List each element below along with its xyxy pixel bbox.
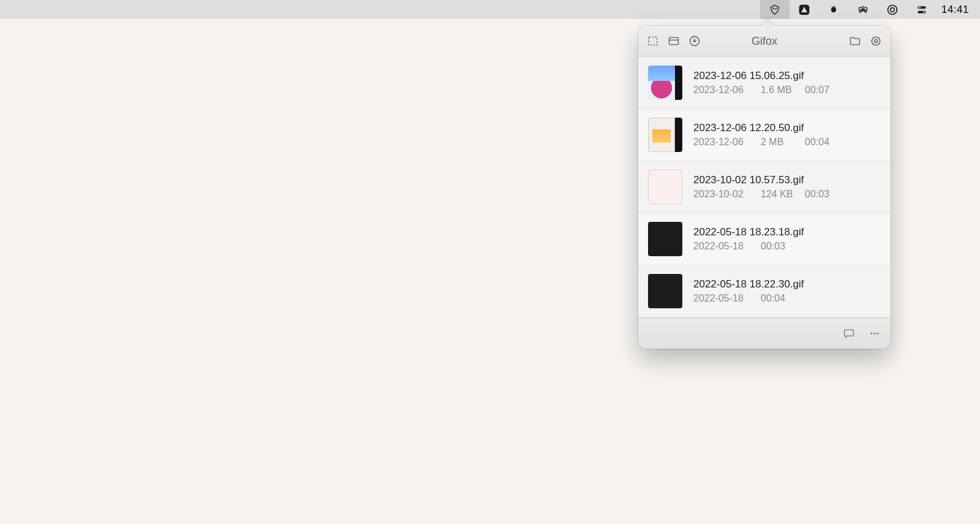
window-record-button[interactable] — [666, 34, 681, 48]
menubar-clock[interactable]: 14:41 — [941, 4, 969, 16]
popover-header: Gifox — [638, 26, 891, 57]
recording-date: 2022-05-18 — [693, 241, 752, 252]
recording-meta: 2023-12-06 15.06.25.gif2023-12-061.6 MB0… — [693, 70, 881, 96]
recording-date: 2022-05-18 — [693, 293, 752, 304]
svg-rect-13 — [845, 330, 854, 336]
recording-info: 2022-05-1800:04 — [693, 293, 881, 304]
recording-duration: 00:03 — [805, 189, 829, 200]
recording-info: 2023-12-061.6 MB00:07 — [693, 85, 881, 96]
recording-thumbnail — [648, 170, 682, 204]
recording-size: 1.6 MB — [761, 85, 796, 96]
recording-info: 2023-12-062 MB00:04 — [693, 137, 881, 148]
recording-row[interactable]: 2023-12-06 15.06.25.gif2023-12-061.6 MB0… — [638, 57, 891, 109]
popover-footer — [638, 317, 891, 349]
recording-thumbnail — [648, 274, 682, 308]
download-button[interactable] — [687, 34, 702, 48]
recording-size: 124 KB — [761, 189, 796, 200]
gifox-popover: Gifox 2023-12-06 15.06.25.gif2023-12-061… — [638, 26, 891, 349]
more-button[interactable] — [867, 326, 882, 341]
recording-size: 2 MB — [761, 137, 796, 148]
recording-meta: 2023-12-06 12.20.50.gif2023-12-062 MB00:… — [693, 122, 881, 148]
recording-filename: 2023-10-02 10.57.53.gif — [693, 174, 881, 186]
svg-point-12 — [875, 40, 878, 43]
menubar-app-gifox[interactable] — [760, 0, 790, 19]
recording-filename: 2023-12-06 15.06.25.gif — [693, 70, 881, 82]
recording-row[interactable]: 2022-05-18 18.22.30.gif2022-05-1800:04 — [638, 265, 891, 317]
menubar: 14:41 — [0, 0, 980, 19]
recording-filename: 2022-05-18 18.23.18.gif — [693, 226, 881, 238]
menubar-flame-icon[interactable] — [819, 0, 848, 19]
recording-thumbnail — [648, 66, 682, 100]
recording-filename: 2022-05-18 18.22.30.gif — [693, 278, 881, 290]
menubar-triangle-icon[interactable] — [790, 0, 819, 19]
settings-button[interactable] — [869, 34, 883, 48]
selection-record-button[interactable] — [646, 34, 660, 48]
recording-filename: 2023-12-06 12.20.50.gif — [693, 122, 881, 134]
svg-point-11 — [872, 37, 880, 45]
recording-duration: 00:04 — [805, 137, 829, 148]
recording-duration: 00:07 — [805, 85, 829, 96]
recording-duration: 00:03 — [761, 241, 785, 252]
recording-row[interactable]: 2023-12-06 12.20.50.gif2023-12-062 MB00:… — [638, 109, 891, 161]
svg-rect-8 — [669, 37, 679, 45]
open-folder-button[interactable] — [848, 34, 862, 48]
svg-point-14 — [871, 333, 873, 335]
menubar-circle-icon[interactable] — [878, 0, 907, 19]
recording-info: 2022-05-1800:03 — [693, 241, 881, 252]
menubar-control-icon[interactable] — [907, 0, 937, 19]
recording-row[interactable]: 2023-10-02 10.57.53.gif2023-10-02124 KB0… — [638, 161, 891, 213]
svg-rect-7 — [649, 37, 657, 45]
feedback-button[interactable] — [842, 326, 856, 341]
recording-date: 2023-12-06 — [693, 137, 752, 148]
svg-point-6 — [923, 11, 925, 13]
svg-point-15 — [874, 333, 876, 335]
svg-point-1 — [888, 5, 897, 14]
svg-point-2 — [891, 7, 895, 12]
recording-duration: 00:04 — [761, 293, 785, 304]
recording-date: 2023-10-02 — [693, 189, 752, 200]
menubar-butterfly-icon[interactable] — [848, 0, 878, 19]
recording-meta: 2022-05-18 18.22.30.gif2022-05-1800:04 — [693, 278, 881, 304]
svg-point-16 — [877, 333, 879, 335]
recordings-list: 2023-12-06 15.06.25.gif2023-12-061.6 MB0… — [638, 57, 891, 317]
recording-meta: 2022-05-18 18.23.18.gif2022-05-1800:03 — [693, 226, 881, 252]
recording-row[interactable]: 2022-05-18 18.23.18.gif2022-05-1800:03 — [638, 213, 891, 265]
recording-date: 2023-12-06 — [693, 85, 752, 96]
recording-info: 2023-10-02124 KB00:03 — [693, 189, 881, 200]
recording-meta: 2023-10-02 10.57.53.gif2023-10-02124 KB0… — [693, 174, 881, 200]
svg-point-5 — [919, 6, 921, 8]
recording-thumbnail — [648, 118, 682, 152]
recording-thumbnail — [648, 222, 682, 256]
